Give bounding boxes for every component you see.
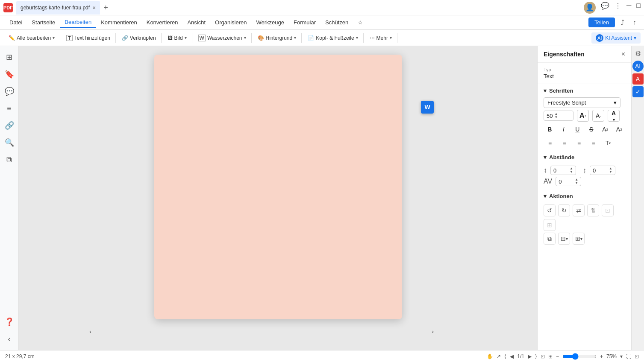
align-justify-button[interactable]: ≡ bbox=[587, 137, 600, 149]
menu-startseite[interactable]: Startseite bbox=[27, 18, 59, 27]
more-button[interactable]: ⋯ Mehr ▾ bbox=[366, 33, 395, 43]
underline-button[interactable]: U bbox=[571, 123, 584, 135]
decrease-font-button[interactable]: A- bbox=[592, 110, 604, 122]
zoom-in-button[interactable]: + bbox=[600, 353, 603, 359]
menu-ansicht[interactable]: Ansicht bbox=[183, 18, 210, 27]
share-button[interactable]: Teilen bbox=[588, 18, 615, 27]
next-page-button[interactable]: ⟩ bbox=[535, 353, 537, 359]
sidebar-help-icon[interactable]: ❓ bbox=[2, 314, 17, 330]
char-spacing-stepper[interactable]: ▲ ▼ bbox=[575, 178, 578, 185]
line-spacing-stepper[interactable]: ▲ ▼ bbox=[570, 167, 573, 174]
share-icon-button[interactable]: ⤴ bbox=[618, 18, 627, 27]
menu-werkzeuge[interactable]: Werkzeuge bbox=[252, 18, 289, 27]
tab-close-button[interactable]: × bbox=[92, 4, 96, 11]
spacing-section-header[interactable]: ▾ Abstände bbox=[538, 151, 631, 162]
ki-assistant-button[interactable]: AI KI Assistent ▾ bbox=[591, 32, 641, 44]
line-spacing-down[interactable]: ▼ bbox=[570, 170, 573, 174]
menu-kommentieren[interactable]: Kommentieren bbox=[97, 18, 141, 27]
sidebar-prev-icon[interactable]: ‹ bbox=[2, 331, 17, 347]
menu-datei[interactable]: Datei bbox=[5, 18, 26, 27]
menu-bearbeiten[interactable]: Bearbeiten bbox=[60, 17, 96, 28]
actions-section-header[interactable]: ▾ Aktionen bbox=[538, 190, 631, 201]
group-button[interactable]: ⧉ bbox=[544, 233, 556, 245]
sidebar-layers-icon[interactable]: ⧉ bbox=[2, 152, 17, 167]
page-next-nav[interactable]: ▶ bbox=[528, 353, 532, 359]
header-footer-button[interactable]: 📄 Kopf- & Fußzeile ▾ bbox=[304, 33, 361, 43]
settings-icon[interactable]: ⚙ bbox=[632, 48, 644, 59]
menu-formular[interactable]: Formular bbox=[289, 18, 320, 27]
zoom-dropdown-button[interactable]: ▾ bbox=[620, 353, 623, 359]
line-spacing-input[interactable]: 0 ▲ ▼ bbox=[550, 166, 576, 175]
background-button[interactable]: 🎨 Hintergrund ▾ bbox=[254, 33, 300, 43]
zoom-slider[interactable] bbox=[562, 353, 597, 360]
para-spacing-down[interactable]: ▼ bbox=[609, 170, 612, 174]
word-overlay-icon[interactable]: W bbox=[421, 101, 434, 114]
rotate-right-button[interactable]: ↻ bbox=[558, 204, 570, 216]
align-distribute-button[interactable]: ⊟▾ bbox=[558, 233, 570, 245]
flip-horizontal-button[interactable]: ⇄ bbox=[573, 204, 585, 216]
font-size-stepper[interactable]: ▲ ▼ bbox=[554, 112, 558, 119]
arrange-button[interactable]: ⊞▾ bbox=[573, 233, 585, 245]
upload-icon-button[interactable]: ↑ bbox=[630, 18, 639, 27]
hand-tool-icon[interactable]: ✋ bbox=[487, 353, 493, 359]
superscript-button[interactable]: A2 bbox=[599, 123, 612, 135]
image-chevron-icon: ▾ bbox=[185, 35, 187, 40]
rotate-left-button[interactable]: ↺ bbox=[544, 204, 556, 216]
text-style-button[interactable]: T▾ bbox=[602, 137, 615, 149]
image-button[interactable]: 🖼 Bild ▾ bbox=[164, 33, 190, 43]
check-icon[interactable]: ✓ bbox=[632, 86, 644, 97]
italic-button[interactable]: I bbox=[558, 123, 570, 135]
sidebar-thumbnail-icon[interactable]: ⊞ bbox=[2, 50, 17, 65]
ai-blue-icon[interactable]: AI bbox=[632, 61, 644, 72]
align-right-button[interactable]: ≡ bbox=[573, 137, 585, 149]
page-prev-nav[interactable]: ◀ bbox=[510, 353, 514, 359]
sidebar-link-icon[interactable]: 🔗 bbox=[2, 118, 17, 133]
edit-all-button[interactable]: ✏️ Alle bearbeiten ▾ bbox=[5, 33, 58, 43]
sidebar-comment-icon[interactable]: 💬 bbox=[2, 84, 17, 99]
sidebar-search-icon[interactable]: 🔍 bbox=[2, 135, 17, 150]
menu-star[interactable]: ☆ bbox=[353, 18, 367, 27]
menu-organisieren[interactable]: Organisieren bbox=[211, 18, 251, 27]
font-select[interactable]: Freestyle Script ▾ bbox=[544, 97, 620, 108]
menu-schutzen[interactable]: Schützen bbox=[321, 18, 353, 27]
font-size-down[interactable]: ▼ bbox=[554, 116, 558, 119]
sidebar-list-icon[interactable]: ≡ bbox=[2, 101, 17, 116]
view-mode-button[interactable]: ⊡ bbox=[635, 353, 639, 359]
new-tab-button[interactable]: + bbox=[103, 4, 108, 12]
zoom-out-button[interactable]: − bbox=[556, 353, 559, 359]
para-spacing-stepper[interactable]: ▲ ▼ bbox=[609, 167, 612, 174]
more-options-icon[interactable]: ⋮ bbox=[615, 2, 621, 14]
text-recognition-icon[interactable]: A bbox=[632, 73, 644, 85]
document-tab[interactable]: geburtstags karte-fuer-frau.pdf × bbox=[16, 1, 100, 15]
fullscreen-button[interactable]: ⛶ bbox=[626, 353, 631, 359]
minimize-button[interactable]: ─ bbox=[626, 2, 631, 14]
increase-font-button[interactable]: A+ bbox=[577, 110, 589, 122]
properties-close-button[interactable]: × bbox=[621, 50, 625, 58]
chat-icon[interactable]: 💬 bbox=[601, 2, 609, 14]
fit-width-icon[interactable]: ⊞ bbox=[548, 353, 553, 359]
strikethrough-button[interactable]: S bbox=[585, 123, 598, 135]
char-spacing-input[interactable]: 0 ▲ ▼ bbox=[556, 177, 581, 186]
align-center-button[interactable]: ≡ bbox=[558, 137, 571, 149]
char-spacing-down[interactable]: ▼ bbox=[575, 181, 578, 185]
fit-page-icon[interactable]: ⊡ bbox=[541, 353, 545, 359]
flip-vertical-button[interactable]: ⇅ bbox=[587, 204, 599, 216]
font-size-select[interactable]: 50 ▲ ▼ bbox=[544, 111, 573, 121]
page-prev-button[interactable]: ‹ bbox=[89, 328, 91, 335]
fonts-section-header[interactable]: ▾ Schriften bbox=[538, 84, 631, 96]
font-color-button[interactable]: A ▾ bbox=[608, 110, 620, 122]
watermark-button[interactable]: W Wasserzeichen ▾ bbox=[195, 33, 250, 43]
subscript-button[interactable]: A2 bbox=[613, 123, 626, 135]
prev-page-button[interactable]: ⟨ bbox=[504, 353, 506, 359]
align-left-button[interactable]: ≡ bbox=[544, 137, 556, 149]
add-text-button[interactable]: T Text hinzufügen bbox=[63, 33, 114, 43]
link-button[interactable]: 🔗 Verknüpfen bbox=[118, 33, 159, 43]
para-spacing-input[interactable]: 0 ▲ ▼ bbox=[590, 166, 615, 175]
menu-konvertieren[interactable]: Konvertieren bbox=[142, 18, 182, 27]
sidebar-bookmark-icon[interactable]: 🔖 bbox=[2, 67, 17, 82]
maximize-button[interactable]: □ bbox=[636, 2, 641, 14]
bold-button[interactable]: B bbox=[544, 123, 556, 135]
page-next-button[interactable]: › bbox=[432, 328, 434, 335]
select-tool-icon[interactable]: ↗ bbox=[497, 353, 501, 359]
user-avatar[interactable]: 👤 bbox=[584, 2, 596, 14]
